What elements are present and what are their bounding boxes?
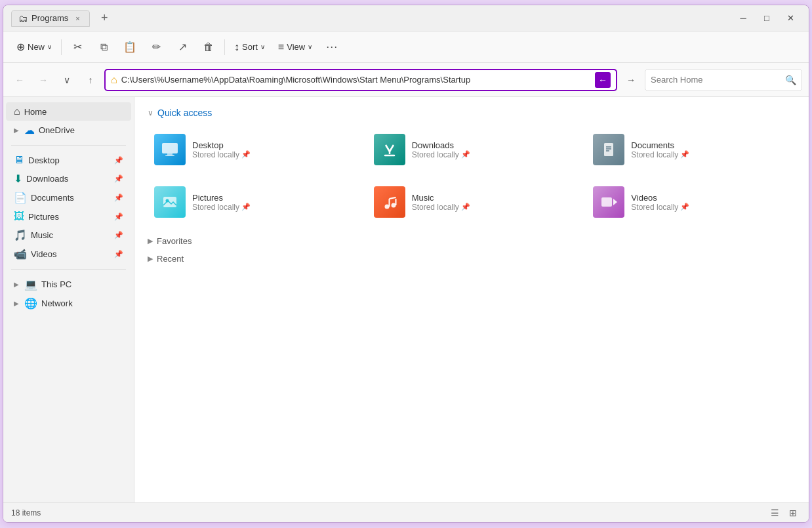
music-folder-icon: 🎵 xyxy=(14,229,27,241)
cut-button[interactable]: ✂ xyxy=(66,35,89,59)
list-view-button[interactable]: ☰ xyxy=(767,505,782,521)
folder-grid: Desktop Stored locally 📌 xyxy=(148,129,796,223)
copy-button[interactable]: ⧉ xyxy=(92,35,115,59)
svg-point-12 xyxy=(391,203,396,208)
new-dropdown-icon: ∨ xyxy=(47,43,52,51)
close-button[interactable]: ✕ xyxy=(780,10,801,26)
current-tab[interactable]: 🗂 Programs × xyxy=(11,10,90,27)
delete-button[interactable]: 🗑 xyxy=(197,35,220,59)
sidebar-item-onedrive[interactable]: ▶ ☁ OneDrive xyxy=(6,121,131,140)
desktop-name: Desktop xyxy=(192,140,251,150)
downloads-name: Downloads xyxy=(412,140,470,150)
favorites-label: Favorites xyxy=(157,236,192,246)
folder-item-downloads[interactable]: Downloads Stored locally 📌 xyxy=(367,129,577,171)
more-button[interactable]: ··· xyxy=(320,35,344,59)
title-bar-left: 🗂 Programs × + xyxy=(11,9,733,28)
svg-rect-5 xyxy=(604,143,613,156)
forward-button[interactable]: → xyxy=(33,70,53,90)
sort-icon: ↕ xyxy=(234,41,239,53)
list-view-icon: ☰ xyxy=(771,508,779,518)
search-input[interactable] xyxy=(651,75,785,85)
sidebar-downloads-label: Downloads xyxy=(26,174,110,184)
main-area: ⌂ Home ▶ ☁ OneDrive 🖥 Desktop 📌 ⬇ Downlo… xyxy=(3,97,809,502)
documents-thumb xyxy=(593,134,624,165)
copy-icon: ⧉ xyxy=(100,41,108,53)
rename-button[interactable]: ✏ xyxy=(144,35,168,59)
svg-marker-17 xyxy=(613,199,617,205)
tab-folder-icon: 🗂 xyxy=(18,13,28,24)
title-bar: 🗂 Programs × + ─ □ ✕ xyxy=(3,5,809,31)
sidebar-music-label: Music xyxy=(31,230,110,240)
sidebar-item-music[interactable]: 🎵 Music 📌 xyxy=(6,226,131,245)
toolbar: ⊕ New ∨ ✂ ⧉ 📋 ✏ ↗ 🗑 ↕ Sort ∨ ≡ xyxy=(3,31,809,63)
toolbar-sep-2 xyxy=(224,39,225,55)
file-explorer-window: 🗂 Programs × + ─ □ ✕ ⊕ New ∨ ✂ ⧉ 📋 xyxy=(3,5,809,523)
svg-line-15 xyxy=(389,197,396,199)
search-icon: 🔍 xyxy=(785,75,796,85)
downloads-folder-icon: ⬇ xyxy=(14,173,22,185)
minimize-button[interactable]: ─ xyxy=(733,10,754,26)
documents-pin-icon: 📌 xyxy=(114,193,123,202)
sort-button[interactable]: ↕ Sort ∨ xyxy=(229,38,270,56)
arrow-icon: ← xyxy=(598,75,607,85)
address-arrow: ← xyxy=(595,72,611,88)
grid-view-button[interactable]: ⊞ xyxy=(785,505,801,521)
sidebar-item-home[interactable]: ⌂ Home xyxy=(6,102,131,121)
svg-rect-0 xyxy=(162,143,178,153)
music-pin: 📌 xyxy=(461,203,470,211)
new-button[interactable]: ⊕ New ∨ xyxy=(11,37,57,56)
sidebar-documents-label: Documents xyxy=(31,193,110,203)
share-button[interactable]: ↗ xyxy=(171,35,194,59)
desktop-sub: Stored locally 📌 xyxy=(192,150,251,159)
view-controls: ☰ ⊞ xyxy=(767,505,801,521)
folder-item-videos[interactable]: Videos Stored locally 📌 xyxy=(586,181,796,223)
paste-button[interactable]: 📋 xyxy=(118,35,142,59)
recent-label: Recent xyxy=(157,254,184,264)
music-info: Music Stored locally 📌 xyxy=(412,193,470,212)
recent-locations-button[interactable]: ∨ xyxy=(57,70,77,90)
documents-pin: 📌 xyxy=(680,150,689,159)
sort-dropdown-icon: ∨ xyxy=(260,43,265,51)
videos-info: Videos Stored locally 📌 xyxy=(631,193,689,212)
folder-item-desktop[interactable]: Desktop Stored locally 📌 xyxy=(148,129,357,171)
quick-access-header[interactable]: ∨ Quick access xyxy=(148,108,796,118)
address-home-icon: ⌂ xyxy=(111,74,117,86)
onedrive-expand-icon: ▶ xyxy=(14,127,19,134)
up-button[interactable]: ↑ xyxy=(81,70,100,90)
pictures-thumb xyxy=(154,186,186,218)
sidebar-item-pictures[interactable]: 🖼 Pictures 📌 xyxy=(6,207,131,226)
sidebar-thispc-label: This PC xyxy=(41,279,123,289)
back-button[interactable]: ← xyxy=(10,70,30,90)
forward-icon: → xyxy=(39,75,48,85)
folder-item-pictures[interactable]: Pictures Stored locally 📌 xyxy=(148,181,357,223)
sidebar-item-downloads[interactable]: ⬇ Downloads 📌 xyxy=(6,169,131,188)
content-area: ∨ Quick access Desktop xyxy=(134,97,809,502)
sidebar-item-documents[interactable]: 📄 Documents 📌 xyxy=(6,188,131,207)
sidebar-item-network[interactable]: ▶ 🌐 Network xyxy=(6,294,131,313)
quick-access-label: Quick access xyxy=(157,108,212,118)
pictures-folder-icon: 🖼 xyxy=(14,211,24,222)
sidebar-divider-2 xyxy=(11,269,126,270)
recent-header[interactable]: ▶ Recent xyxy=(148,251,796,266)
address-input-wrapper: ⌂ ← xyxy=(104,69,617,91)
favorites-header[interactable]: ▶ Favorites xyxy=(148,234,796,249)
folder-item-music[interactable]: Music Stored locally 📌 xyxy=(367,181,577,223)
maximize-button[interactable]: □ xyxy=(756,10,777,26)
folder-item-documents[interactable]: Documents Stored locally 📌 xyxy=(586,129,796,171)
network-icon: 🌐 xyxy=(24,297,37,310)
address-input[interactable] xyxy=(121,75,592,85)
address-forward-button[interactable]: → xyxy=(621,70,641,90)
downloads-pin: 📌 xyxy=(461,150,470,159)
tab-close-button[interactable]: × xyxy=(72,13,83,24)
sidebar-pictures-label: Pictures xyxy=(28,212,110,222)
sidebar-item-videos[interactable]: 📹 Videos 📌 xyxy=(6,245,131,264)
sidebar-desktop-label: Desktop xyxy=(28,155,110,165)
downloads-info: Downloads Stored locally 📌 xyxy=(412,140,470,159)
sidebar-item-desktop[interactable]: 🖥 Desktop 📌 xyxy=(6,151,131,169)
dropdown-icon: ∨ xyxy=(64,75,70,85)
view-button[interactable]: ≡ View ∨ xyxy=(273,38,317,56)
new-tab-button[interactable]: + xyxy=(95,9,113,28)
sidebar-item-thispc[interactable]: ▶ 💻 This PC xyxy=(6,275,131,294)
sort-label: Sort xyxy=(242,42,258,52)
music-sub: Stored locally 📌 xyxy=(412,203,470,212)
